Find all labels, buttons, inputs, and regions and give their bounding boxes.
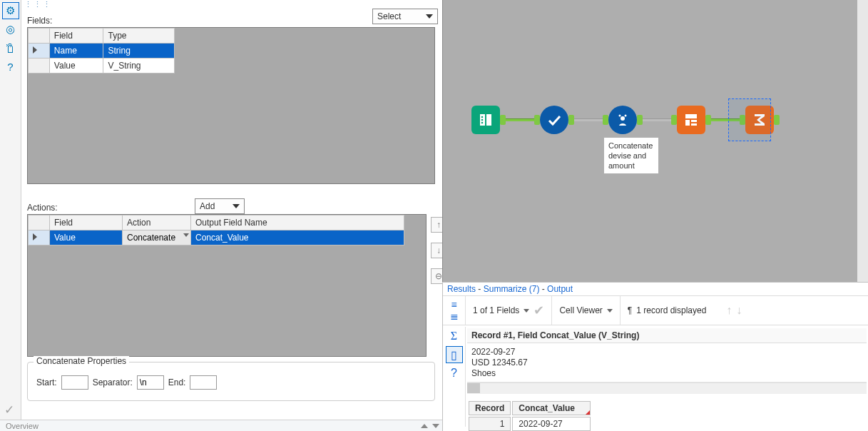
- anchor-out[interactable]: [637, 115, 643, 125]
- tool-input-data[interactable]: [471, 106, 500, 134]
- row-indicator-icon: [33, 46, 37, 54]
- horizontal-scrollbar[interactable]: [467, 382, 867, 394]
- start-input[interactable]: [61, 375, 88, 390]
- cell-concat-value[interactable]: 2022-09-27: [512, 417, 591, 431]
- cell-field[interactable]: Value: [49, 59, 103, 73]
- add-dropdown[interactable]: Add: [195, 198, 245, 214]
- chevron-down-icon: [233, 204, 240, 208]
- end-input[interactable]: [190, 375, 217, 390]
- actions-header-row: Field Action Output Field Name: [29, 216, 404, 230]
- actions-label: Actions:: [27, 203, 58, 213]
- chevron-down-icon[interactable]: [524, 309, 529, 313]
- svg-point-5: [625, 115, 627, 117]
- svg-rect-6: [685, 114, 697, 118]
- sigma-icon[interactable]: Σ: [446, 328, 462, 344]
- tool-annotation[interactable]: Concatenate devise and amount: [603, 137, 659, 174]
- next-record-button[interactable]: ↓: [736, 304, 742, 317]
- select-dropdown-label: Select: [377, 11, 401, 21]
- actions-grid[interactable]: Field Action Output Field Name Value Con…: [27, 214, 427, 357]
- col-type[interactable]: Type: [103, 29, 175, 44]
- record-line: USD 12345.67: [471, 358, 862, 368]
- tool-summarize[interactable]: [745, 106, 774, 134]
- help-icon[interactable]: ?: [446, 365, 462, 381]
- separator-input[interactable]: [137, 375, 164, 390]
- col-output[interactable]: Output Field Name: [191, 216, 404, 230]
- results-panel: Results - Summarize (7) - Output ≡ ≣ 1 o…: [442, 282, 868, 431]
- chevron-down-icon[interactable]: [432, 424, 439, 428]
- anchor-in[interactable]: [603, 115, 608, 125]
- cell-field[interactable]: Value: [50, 230, 123, 245]
- chevron-up-icon[interactable]: [421, 424, 428, 428]
- record-header: Record #1, Field Concat_Value (V_String): [467, 328, 867, 343]
- overview-bar[interactable]: Overview: [0, 420, 442, 431]
- tool-select[interactable]: [540, 106, 568, 134]
- help-icon[interactable]: ?: [3, 59, 19, 74]
- connection[interactable]: [711, 118, 740, 121]
- anchor-in[interactable]: [740, 115, 745, 125]
- results-row[interactable]: 1 2022-09-27: [469, 417, 591, 431]
- results-tool-link[interactable]: Summarize (7): [484, 284, 540, 294]
- record-line: Shoes: [471, 368, 862, 379]
- cell-output[interactable]: Concat_Value: [191, 230, 404, 245]
- cell-type[interactable]: V_String: [103, 59, 175, 73]
- svg-point-1: [481, 119, 484, 121]
- results-grid[interactable]: Record Concat_Value 1 2022-09-27: [467, 400, 592, 431]
- sort-indicator-icon: [586, 410, 590, 415]
- svg-rect-7: [685, 120, 690, 126]
- fields-label: Fields:: [27, 16, 52, 26]
- cell-viewer-label[interactable]: Cell Viewer: [559, 305, 602, 315]
- cell-action[interactable]: Concatenate: [127, 233, 175, 243]
- prev-record-button[interactable]: ↑: [726, 304, 732, 317]
- results-output-link[interactable]: Output: [547, 284, 573, 294]
- paragraph-icon[interactable]: ¶: [628, 305, 632, 315]
- col-action[interactable]: Action: [123, 216, 191, 230]
- fields-row[interactable]: Value V_String: [29, 59, 175, 73]
- gear-icon[interactable]: ⚙: [3, 3, 19, 19]
- check-icon[interactable]: ✔: [533, 303, 544, 318]
- record-count: 1 record displayed: [636, 305, 706, 315]
- target-icon[interactable]: ◎: [3, 21, 19, 37]
- anchor-in[interactable]: [534, 115, 540, 125]
- anchor-out[interactable]: [500, 115, 506, 125]
- col-record[interactable]: Record: [469, 401, 511, 415]
- connection[interactable]: [574, 118, 603, 121]
- actions-row[interactable]: Value Concatenate Concat_Value: [29, 230, 404, 245]
- anchor-in[interactable]: [671, 115, 677, 125]
- drag-dots-icon: ⋮⋮⋮: [24, 0, 52, 9]
- tag-icon[interactable]: 🏷: [3, 40, 19, 56]
- concat-legend: Concatenate Properties: [34, 356, 129, 366]
- results-link[interactable]: Results: [447, 284, 476, 294]
- cell-field[interactable]: Name: [49, 44, 103, 59]
- rows-icon[interactable]: ≡: [448, 300, 461, 310]
- record-body[interactable]: 2022-09-27 USD 12345.67 Shoes: [467, 344, 867, 382]
- fields-grid[interactable]: Field Type Name String Value V_String: [27, 27, 435, 184]
- record-line: 2022-09-27: [471, 347, 862, 358]
- rows-alt-icon[interactable]: ≣: [448, 311, 461, 321]
- anchor-out[interactable]: [774, 115, 780, 125]
- concatenate-properties-group: Concatenate Properties Start: Separator:…: [27, 362, 435, 401]
- col-field[interactable]: Field: [49, 29, 103, 44]
- vertical-scrollbar[interactable]: [857, 0, 868, 282]
- chevron-down-icon[interactable]: [607, 309, 613, 313]
- svg-point-0: [481, 116, 484, 118]
- tool-icon-strip: ⚙ ◎ 🏷 ?: [0, 0, 21, 431]
- overview-label: Overview: [6, 422, 39, 430]
- col-concat-value[interactable]: Concat_Value: [519, 403, 575, 413]
- tool-transpose[interactable]: [677, 106, 705, 134]
- fields-count[interactable]: 1 of 1 Fields: [473, 305, 519, 315]
- chevron-down-icon[interactable]: [183, 233, 189, 237]
- record-view-icon[interactable]: ▯: [446, 347, 462, 362]
- start-label: Start:: [36, 377, 57, 387]
- col-field[interactable]: Field: [50, 216, 123, 230]
- cell-type[interactable]: String: [103, 44, 175, 59]
- connection[interactable]: [643, 118, 671, 121]
- connection[interactable]: [506, 118, 534, 121]
- tool-formula[interactable]: [608, 106, 637, 134]
- anchor-out[interactable]: [705, 115, 711, 125]
- cell-record: 1: [469, 417, 511, 431]
- apply-check-icon[interactable]: ✓: [4, 402, 14, 417]
- anchor-out[interactable]: [568, 115, 574, 125]
- fields-row[interactable]: Name String: [29, 44, 175, 59]
- select-dropdown[interactable]: Select: [372, 9, 438, 24]
- workflow-canvas[interactable]: Concatenate devise and amount: [442, 0, 868, 282]
